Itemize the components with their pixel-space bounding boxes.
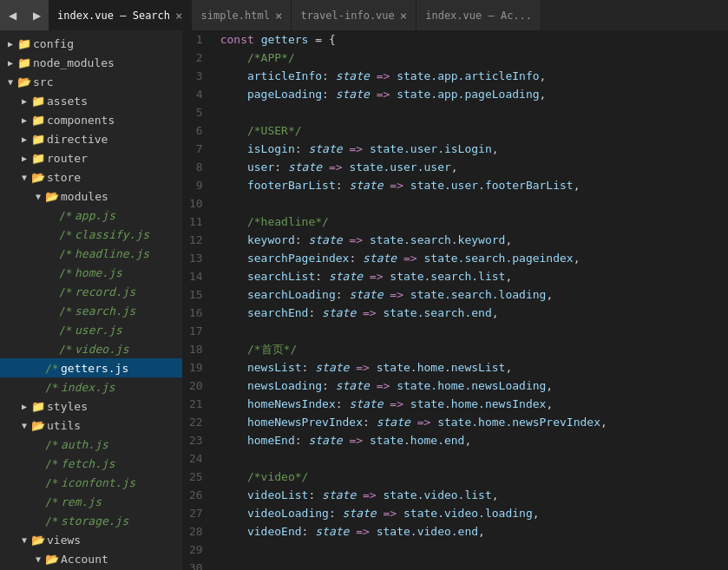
sidebar-item-modules[interactable]: ▼ 📂 modules (0, 187, 182, 206)
sidebar-item-config[interactable]: ▶ 📁 config (0, 34, 182, 53)
tab-3-label: index.vue — Ac... (425, 10, 532, 22)
sidebar-item-label: src (33, 75, 179, 88)
code-line: homeEnd: state => state.home.end, (220, 431, 728, 449)
sidebar-item-router[interactable]: ▶ 📁 router (0, 148, 182, 167)
code-line (220, 449, 728, 468)
sidebar-item-fetch-js[interactable]: /* fetch.js (0, 454, 182, 473)
sidebar-item-src[interactable]: ▼ 📂 src (0, 72, 182, 91)
line-number: 21 (189, 395, 203, 413)
file-icon: /* (59, 285, 75, 298)
arrow-icon: ▶ (3, 39, 17, 49)
arrow-icon: ▼ (17, 421, 31, 430)
folder-icon: 📂 (31, 171, 47, 184)
sidebar-item-label: user.js (75, 324, 179, 337)
tab-nav-right[interactable]: ▶ (24, 0, 49, 30)
arrow-icon: ▼ (17, 535, 31, 545)
file-icon: /* (45, 457, 61, 470)
arrow-icon: ▼ (31, 192, 45, 201)
sidebar-item-account[interactable]: ▼ 📂 Account (0, 549, 182, 568)
file-icon: /* (45, 514, 61, 527)
sidebar-item-utils[interactable]: ▼ 📂 utils (0, 416, 182, 435)
file-icon: /* (45, 381, 61, 394)
sidebar-item-store[interactable]: ▼ 📂 store (0, 167, 182, 187)
sidebar-item-rem-js[interactable]: /* rem.js (0, 492, 182, 511)
tab-0-close[interactable]: × (175, 10, 182, 22)
line-number: 6 (189, 121, 203, 140)
sidebar-item-video-js[interactable]: /* video.js (0, 339, 182, 358)
file-icon: /* (45, 495, 61, 508)
code-line: footerBarList: state => state.user.foote… (220, 176, 728, 194)
code-line: /*headline*/ (220, 213, 728, 231)
code-line (220, 194, 728, 213)
arrow-icon: ▶ (3, 58, 17, 68)
sidebar-item-label: views (47, 534, 179, 547)
code-line (220, 322, 728, 340)
sidebar-item-app-js[interactable]: /* app.js (0, 206, 182, 225)
sidebar-item-iconfont-js[interactable]: /* iconfont.js (0, 473, 182, 492)
file-icon: /* (59, 228, 75, 241)
sidebar-item-label: router (47, 152, 179, 165)
tab-2[interactable]: travel-info.vue × (292, 0, 416, 30)
sidebar-item-styles[interactable]: ▶ 📁 styles (0, 396, 182, 416)
sidebar-item-label: assets (47, 95, 179, 108)
sidebar-item-label: storage.js (61, 514, 179, 527)
main-area: ▶ 📁 config ▶ 📁 node_modules ▼ 📂 src ▶ 📁 … (0, 30, 728, 570)
code-line (220, 103, 728, 121)
sidebar-item-home-js[interactable]: /* home.js (0, 263, 182, 282)
sidebar-item-label: classify.js (75, 228, 179, 241)
sidebar-item-label: home.js (75, 266, 179, 279)
code-line: /*USER*/ (220, 121, 728, 140)
sidebar-item-user-js[interactable]: /* user.js (0, 320, 182, 339)
code-line: searchEnd: state => state.search.end, (220, 304, 728, 322)
sidebar-item-components[interactable]: ▶ 📁 components (0, 110, 182, 129)
sidebar-item-headline-js[interactable]: /* headline.js (0, 244, 182, 263)
line-number: 9 (189, 176, 203, 194)
sidebar-item-classify-js[interactable]: /* classify.js (0, 225, 182, 244)
code-line: searchPageindex: state => state.search.p… (220, 249, 728, 267)
tab-0[interactable]: index.vue — Search × (49, 0, 192, 30)
sidebar-item-views[interactable]: ▼ 📂 views (0, 530, 182, 549)
sidebar-item-node-modules[interactable]: ▶ 📁 node_modules (0, 53, 182, 72)
code-line: articleInfo: state => state.app.articleI… (220, 67, 728, 85)
line-number: 18 (189, 340, 203, 358)
sidebar-item-index-js[interactable]: /* index.js (0, 377, 182, 396)
sidebar-item-storage-js[interactable]: /* storage.js (0, 511, 182, 530)
arrow-icon: ▶ (17, 154, 31, 163)
folder-icon: 📁 (17, 56, 33, 69)
line-number: 12 (189, 231, 203, 249)
code-editor: 1 2 3 4 5 6 7 8 9 10 11 12 13 14 15 16 1… (182, 30, 728, 570)
sidebar-item-getters-js[interactable]: /* getters.js (0, 358, 182, 377)
tab-nav-left[interactable]: ◀ (0, 0, 24, 30)
line-number: 17 (189, 322, 203, 340)
tab-1[interactable]: simple.html × (192, 0, 292, 30)
code-line: const getters = { (220, 30, 728, 49)
sidebar-item-search-js[interactable]: /* search.js (0, 301, 182, 320)
code-line: /*video*/ (220, 468, 728, 486)
line-number: 16 (189, 304, 203, 322)
folder-icon: 📁 (31, 152, 47, 165)
arrow-icon: ▶ (17, 96, 31, 106)
line-number: 13 (189, 249, 203, 267)
sidebar-item-record-js[interactable]: /* record.js (0, 282, 182, 301)
sidebar-item-label: search.js (75, 305, 179, 318)
sidebar-item-auth-js[interactable]: /* auth.js (0, 435, 182, 454)
tab-2-close[interactable]: × (400, 10, 407, 22)
sidebar-item-assets[interactable]: ▶ 📁 assets (0, 91, 182, 110)
line-number: 29 (189, 541, 203, 559)
sidebar-item-label: fetch.js (61, 457, 179, 470)
tab-0-label: index.vue — Search (57, 10, 170, 22)
line-number: 22 (189, 413, 203, 431)
folder-icon: 📁 (31, 133, 47, 146)
file-icon: /* (59, 247, 75, 260)
tab-3[interactable]: index.vue — Ac... (416, 0, 541, 30)
arrow-icon: ▼ (31, 554, 45, 564)
sidebar-item-label: record.js (75, 285, 179, 298)
code-line: newsLoading: state => state.home.newsLoa… (220, 377, 728, 395)
tab-1-close[interactable]: × (275, 10, 282, 22)
code-line (220, 541, 728, 559)
sidebar-item-directive[interactable]: ▶ 📁 directive (0, 129, 182, 148)
sidebar-item-label: Account (61, 553, 179, 566)
file-icon: /* (59, 266, 75, 279)
code-area[interactable]: 1 2 3 4 5 6 7 8 9 10 11 12 13 14 15 16 1… (182, 30, 728, 570)
code-line: newsList: state => state.home.newsList, (220, 358, 728, 377)
